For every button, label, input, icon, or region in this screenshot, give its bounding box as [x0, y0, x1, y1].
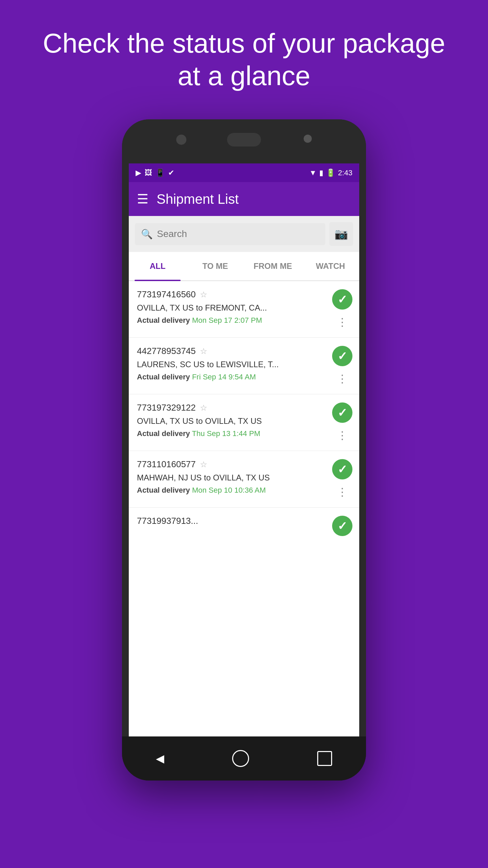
home-button[interactable] — [232, 750, 249, 767]
more-options-icon[interactable]: ⋮ — [335, 370, 350, 387]
shipment-id: 773197329122 — [137, 402, 196, 413]
back-button[interactable]: ◀ — [156, 752, 164, 765]
wifi-icon: ▼ — [309, 169, 317, 177]
shipment-delivery: Actual delivery Mon Sep 17 2:07 PM — [137, 316, 332, 325]
shipment-item[interactable]: 77319937913... ✓ — [129, 508, 359, 543]
status-bar: ▶ 🖼 📱 ✔ ▼ ▮ 🔋 2:43 — [129, 163, 359, 182]
tab-to-me[interactable]: TO ME — [186, 252, 244, 280]
shipment-id-row: 773110160577 ☆ — [137, 459, 332, 470]
delivered-check: ✓ — [332, 516, 352, 536]
delivery-label: Actual delivery — [137, 486, 190, 494]
shipment-id-row: 442778953745 ☆ — [137, 346, 332, 356]
shipment-item[interactable]: 773110160577 ☆ MAHWAH, NJ US to OVILLA, … — [129, 451, 359, 508]
delivered-check: ✓ — [332, 289, 352, 310]
shipment-info: 442778953745 ☆ LAURENS, SC US to LEWISVI… — [137, 346, 332, 381]
check-mark-icon: ✓ — [338, 519, 347, 533]
app-bar-title: Shipment List — [157, 192, 239, 207]
shipment-id-row: 773197416560 ☆ — [137, 289, 332, 300]
star-icon[interactable]: ☆ — [200, 460, 207, 469]
star-icon[interactable]: ☆ — [200, 403, 207, 413]
check-icon: ✔ — [168, 169, 174, 177]
shipment-route: OVILLA, TX US to FREMONT, CA... — [137, 303, 332, 313]
tabs-bar: ALL TO ME FROM ME WATCH — [129, 252, 359, 281]
more-options-icon[interactable]: ⋮ — [335, 484, 350, 500]
shipment-route: LAURENS, SC US to LEWISVILLE, T... — [137, 360, 332, 369]
tab-watch[interactable]: WATCH — [302, 252, 359, 280]
star-icon[interactable]: ☆ — [200, 290, 207, 299]
status-icons-left: ▶ 🖼 📱 ✔ — [136, 169, 174, 177]
shipment-status-right: ✓ ⋮ — [332, 346, 352, 387]
delivery-label: Actual delivery — [137, 316, 190, 324]
app-bar: ☰ Shipment List — [129, 182, 359, 216]
secondary-camera — [304, 135, 312, 143]
search-icon: 🔍 — [141, 229, 153, 240]
shipment-status-right: ✓ ⋮ — [332, 459, 352, 500]
delivery-label: Actual delivery — [137, 373, 190, 381]
search-bar-container: 🔍 📷 — [129, 216, 359, 252]
star-icon[interactable]: ☆ — [200, 347, 207, 356]
check-mark-icon: ✓ — [338, 462, 347, 476]
tab-all[interactable]: ALL — [129, 252, 186, 280]
shipment-delivery: Actual delivery Thu Sep 13 1:44 PM — [137, 429, 332, 438]
shipment-status-right: ✓ ⋮ — [332, 289, 352, 331]
shipment-item[interactable]: 442778953745 ☆ LAURENS, SC US to LEWISVI… — [129, 338, 359, 394]
delivered-check: ✓ — [332, 459, 352, 479]
phone-icon: 📱 — [156, 169, 165, 177]
hero-text: Check the status of your package at a gl… — [0, 27, 488, 92]
check-mark-icon: ✓ — [338, 293, 347, 306]
shipment-id: 442778953745 — [137, 346, 196, 356]
delivery-date: Fri Sep 14 9:54 AM — [192, 373, 256, 381]
shipment-id: 773110160577 — [137, 459, 196, 470]
shipment-status-right: ✓ — [332, 516, 352, 536]
delivery-label: Actual delivery — [137, 429, 190, 438]
phone-top-bar — [122, 119, 366, 163]
phone-nav-bar: ◀ — [122, 736, 366, 781]
more-options-icon[interactable]: ⋮ — [335, 314, 350, 331]
shipment-delivery: Actual delivery Fri Sep 14 9:54 AM — [137, 373, 332, 381]
shipment-info: 77319937913... — [137, 516, 332, 530]
shipment-info: 773197329122 ☆ OVILLA, TX US to OVILLA, … — [137, 402, 332, 438]
search-input-wrapper[interactable]: 🔍 — [135, 223, 325, 245]
delivery-date: Mon Sep 17 2:07 PM — [192, 316, 262, 324]
hamburger-menu-icon[interactable]: ☰ — [137, 192, 148, 206]
phone-device: ▶ 🖼 📱 ✔ ▼ ▮ 🔋 2:43 ☰ Shipment List 🔍 — [122, 119, 366, 781]
speaker — [227, 133, 261, 146]
battery-icon: 🔋 — [326, 169, 335, 177]
recent-apps-button[interactable] — [317, 751, 332, 766]
tab-from-me[interactable]: FROM ME — [244, 252, 302, 280]
check-mark-icon: ✓ — [338, 349, 347, 363]
shipment-id: 77319937913... — [137, 516, 198, 526]
shipment-route: MAHWAH, NJ US to OVILLA, TX US — [137, 473, 332, 482]
shipment-delivery: Actual delivery Mon Sep 10 10:36 AM — [137, 486, 332, 495]
shipment-id-row: 77319937913... — [137, 516, 332, 526]
shipment-status-right: ✓ ⋮ — [332, 402, 352, 444]
shipment-item[interactable]: 773197416560 ☆ OVILLA, TX US to FREMONT,… — [129, 281, 359, 338]
signal-icon: ▮ — [319, 169, 323, 177]
phone-screen: ▶ 🖼 📱 ✔ ▼ ▮ 🔋 2:43 ☰ Shipment List 🔍 — [129, 163, 359, 736]
more-options-icon[interactable]: ⋮ — [335, 427, 350, 444]
image-icon: 🖼 — [145, 169, 152, 177]
shipment-info: 773197416560 ☆ OVILLA, TX US to FREMONT,… — [137, 289, 332, 325]
shipment-id-row: 773197329122 ☆ — [137, 402, 332, 413]
camera-button[interactable]: 📷 — [329, 222, 353, 246]
delivery-date: Thu Sep 13 1:44 PM — [192, 429, 260, 438]
shipment-info: 773110160577 ☆ MAHWAH, NJ US to OVILLA, … — [137, 459, 332, 495]
delivered-check: ✓ — [332, 402, 352, 423]
search-input[interactable] — [157, 229, 319, 239]
delivered-check: ✓ — [332, 346, 352, 366]
shipment-id: 773197416560 — [137, 289, 196, 300]
shipment-item[interactable]: 773197329122 ☆ OVILLA, TX US to OVILLA, … — [129, 394, 359, 451]
front-camera — [176, 135, 186, 145]
time-display: 2:43 — [338, 169, 352, 177]
shipment-list: 773197416560 ☆ OVILLA, TX US to FREMONT,… — [129, 281, 359, 736]
camera-icon: 📷 — [334, 228, 348, 240]
check-mark-icon: ✓ — [338, 406, 347, 419]
play-icon: ▶ — [136, 169, 141, 177]
shipment-route: OVILLA, TX US to OVILLA, TX US — [137, 416, 332, 426]
delivery-date: Mon Sep 10 10:36 AM — [192, 486, 266, 494]
status-icons-right: ▼ ▮ 🔋 2:43 — [309, 169, 352, 177]
